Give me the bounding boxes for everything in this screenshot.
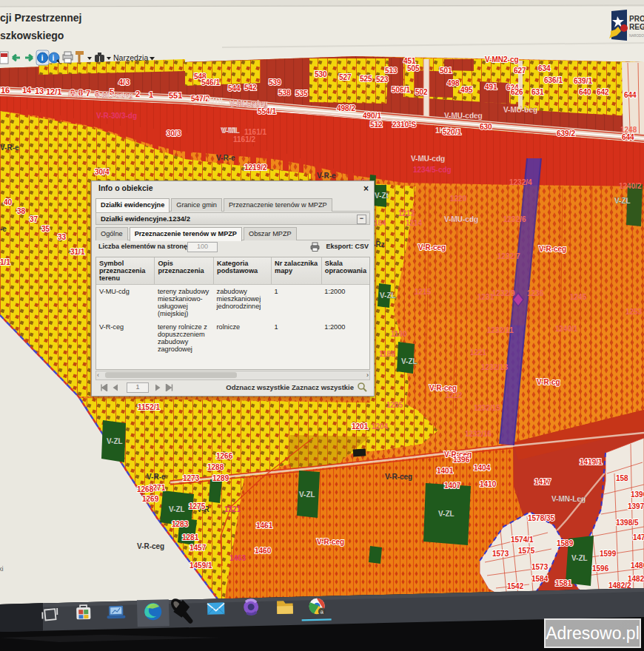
svg-text:1214: 1214: [406, 219, 423, 227]
svg-text:37: 37: [30, 215, 38, 223]
svg-text:1573: 1573: [531, 563, 549, 571]
svg-text:551: 551: [169, 91, 182, 100]
svg-text:1417: 1417: [534, 478, 551, 486]
svg-text:1581: 1581: [555, 579, 572, 587]
svg-text:PRO: PRO: [629, 15, 644, 23]
svg-text:544: 544: [228, 84, 241, 92]
svg-text:644: 644: [622, 133, 634, 141]
svg-text:1269: 1269: [142, 495, 159, 503]
svg-text:30/3: 30/3: [167, 129, 181, 138]
svg-text:1404: 1404: [474, 464, 491, 472]
svg-text:V-R-ceg: V-R-ceg: [385, 473, 412, 481]
svg-text:1222: 1222: [446, 391, 463, 399]
svg-text:1480: 1480: [631, 561, 644, 570]
svg-text:NARODOWA: NARODOWA: [629, 34, 644, 38]
svg-text:513: 513: [385, 67, 398, 75]
svg-text:V-R-cg: V-R-cg: [537, 378, 560, 386]
svg-text:V-ZL: V-ZL: [438, 510, 455, 518]
svg-text:1268: 1268: [137, 485, 154, 493]
svg-text:530: 530: [315, 70, 327, 78]
svg-text:V-ZL: V-ZL: [299, 490, 315, 499]
svg-text:2: 2: [135, 90, 140, 98]
svg-text:525: 525: [360, 75, 372, 83]
svg-text:1245: 1245: [570, 293, 587, 301]
svg-text:13: 13: [35, 87, 44, 95]
svg-text:1460: 1460: [255, 547, 272, 555]
svg-text:498: 498: [447, 79, 460, 87]
svg-text:38: 38: [17, 207, 26, 215]
svg-text:184: 184: [374, 219, 386, 227]
svg-text:V-R-e: V-R-e: [317, 172, 336, 180]
svg-text:1188: 1188: [379, 350, 395, 358]
svg-text:V-MN-Leg: V-MN-Leg: [551, 495, 586, 503]
svg-text:626: 626: [511, 88, 523, 96]
svg-text:1/1: 1/1: [0, 258, 10, 266]
svg-text:1KDL: 1KDL: [206, 97, 225, 105]
svg-text:1273: 1273: [183, 474, 200, 482]
svg-text:1152/1: 1152/1: [138, 403, 160, 411]
svg-text:16: 16: [1, 86, 10, 95]
svg-text:1574/1: 1574/1: [511, 536, 534, 544]
svg-text:33: 33: [58, 233, 67, 241]
svg-text:1232/7: 1232/7: [497, 252, 520, 260]
svg-text:2310-S: 2310-S: [392, 121, 417, 129]
svg-text:1396: 1396: [453, 456, 470, 464]
svg-text:1396: 1396: [631, 490, 644, 499]
svg-text:1220: 1220: [450, 195, 467, 203]
svg-text:V-R-30/3-dg: V-R-30/3-dg: [96, 112, 137, 120]
svg-text:31/1: 31/1: [70, 248, 85, 256]
svg-text:1463: 1463: [229, 554, 246, 562]
svg-text:V-ZL: V-ZL: [169, 505, 185, 513]
svg-text:636/1: 636/1: [544, 76, 563, 84]
svg-text:V-R-e: V-R-e: [147, 473, 166, 481]
svg-text:V-MN2-cg: V-MN2-cg: [485, 55, 519, 64]
svg-text:40: 40: [4, 198, 13, 206]
svg-text:REG: REG: [629, 23, 644, 31]
svg-text:1575: 1575: [518, 547, 535, 555]
svg-text:1289: 1289: [212, 474, 229, 482]
svg-text:527: 527: [339, 73, 352, 81]
svg-text:V-ZL: V-ZL: [614, 197, 631, 205]
svg-text:35: 35: [41, 225, 50, 233]
svg-text:1161/1: 1161/1: [244, 128, 266, 136]
svg-text:V-R-e: V-R-e: [0, 144, 19, 152]
svg-text:1205: 1205: [386, 401, 403, 409]
svg-text:V-MU-cdg: V-MU-cdg: [411, 155, 445, 163]
svg-text:1234/5-cdg: 1234/5-cdg: [413, 166, 452, 174]
svg-text:634: 634: [538, 64, 551, 72]
svg-text:1482/2: 1482/2: [608, 581, 631, 590]
svg-text:30/4: 30/4: [95, 168, 110, 176]
svg-text:V-ZL: V-ZL: [107, 437, 123, 445]
svg-text:V-R-ceg: V-R-ceg: [539, 245, 566, 253]
svg-text:1596: 1596: [592, 564, 609, 573]
svg-text:1215: 1215: [415, 288, 432, 296]
svg-text:V-Zt: V-Zt: [375, 192, 389, 200]
svg-text:1266: 1266: [216, 452, 233, 460]
svg-text:1232/15: 1232/15: [474, 404, 501, 412]
svg-text:V-ZL: V-ZL: [380, 291, 396, 300]
svg-text:506/1: 506/1: [392, 86, 410, 94]
svg-text:1190: 1190: [391, 330, 407, 338]
svg-text:1401: 1401: [437, 467, 454, 475]
svg-text:1398/5: 1398/5: [616, 519, 639, 527]
svg-text:V-MU-cdeg: V-MU-cdeg: [229, 99, 268, 107]
svg-text:1204: 1204: [372, 422, 389, 431]
svg-text:642: 642: [597, 88, 609, 96]
svg-text:1201: 1201: [352, 422, 369, 431]
svg-text:644: 644: [624, 91, 637, 99]
svg-text:i: i: [41, 53, 44, 62]
svg-text:1240/2: 1240/2: [619, 182, 642, 190]
svg-text:451: 451: [403, 57, 416, 65]
svg-text:1232/16: 1232/16: [465, 430, 492, 438]
svg-text:495: 495: [460, 86, 473, 94]
svg-text:1161/2: 1161/2: [233, 135, 255, 144]
svg-text:1397: 1397: [628, 502, 644, 510]
svg-text:505: 505: [407, 64, 420, 72]
svg-text:1459/1: 1459/1: [189, 561, 212, 570]
svg-text:V-MU-cdeg: V-MU-cdeg: [95, 91, 133, 99]
svg-text:iki: iki: [0, 565, 4, 573]
svg-text:V-ZL: V-ZL: [571, 554, 588, 562]
svg-text:491: 491: [485, 83, 497, 91]
svg-text:7: 7: [86, 89, 90, 98]
svg-text:490/1: 490/1: [363, 112, 381, 120]
